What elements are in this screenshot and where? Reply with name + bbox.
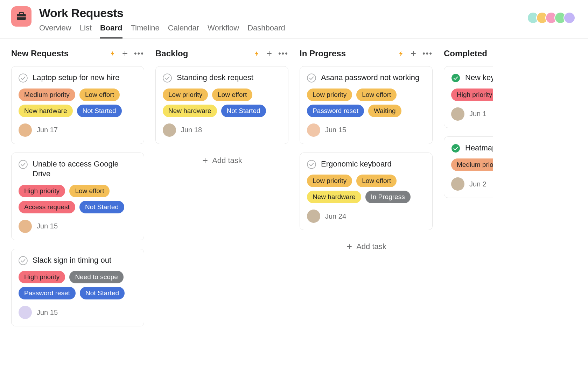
task-card[interactable]: Standing desk requestLow priorityLow eff… <box>155 66 288 144</box>
complete-check-icon[interactable] <box>307 73 316 83</box>
svg-point-10 <box>163 74 172 82</box>
assignee-avatar[interactable] <box>19 306 32 319</box>
assignee-avatar[interactable] <box>451 107 464 121</box>
complete-check-icon[interactable] <box>19 256 28 265</box>
complete-check-icon[interactable] <box>19 160 28 169</box>
column-title: New Requests <box>11 49 110 58</box>
card-title: Standing desk request <box>177 73 253 83</box>
card-title: Ergonomic keyboard <box>321 159 392 169</box>
column-title: Completed <box>444 49 493 58</box>
tag[interactable]: High priority <box>19 185 65 197</box>
tag[interactable]: In Progress <box>365 191 411 203</box>
tag[interactable]: High priority <box>19 271 65 283</box>
assignee-avatar[interactable] <box>451 177 464 191</box>
tag[interactable]: Not Started <box>77 105 122 117</box>
add-task-label: Add task <box>212 156 242 165</box>
column-backlog: Backlog•••Standing desk requestLow prior… <box>155 47 288 335</box>
assignee-avatar[interactable] <box>19 123 32 137</box>
tab-calendar[interactable]: Calendar <box>168 23 199 38</box>
assignee-avatar[interactable] <box>19 220 32 233</box>
assignee-avatar[interactable] <box>307 210 320 223</box>
members-avatars[interactable] <box>530 12 575 24</box>
column-in-progress: In Progress•••Asana password not working… <box>300 47 433 335</box>
tag[interactable]: Not Started <box>80 287 125 299</box>
svg-point-5 <box>19 74 27 82</box>
svg-point-7 <box>19 256 27 265</box>
tag[interactable]: High priority <box>451 89 493 101</box>
tag[interactable]: New hardware <box>307 191 361 203</box>
tag[interactable]: Low effort <box>212 89 252 101</box>
tag[interactable]: New hardware <box>19 105 73 117</box>
svg-rect-1 <box>19 13 23 15</box>
tag[interactable]: Password reset <box>19 287 76 299</box>
due-date: Jun 15 <box>37 309 58 317</box>
complete-check-icon[interactable] <box>163 73 172 83</box>
tag[interactable]: Need to scope <box>69 271 124 283</box>
tag-list: High priorityLow effortAccess requestNot… <box>19 185 137 213</box>
tag[interactable]: Low effort <box>69 185 110 197</box>
tag-list: Medium priorityLow effortNew hardwareNot… <box>19 89 137 117</box>
task-card[interactable]: New keyboardHigh priorityNew hardwareJun… <box>444 66 493 128</box>
column-more-icon[interactable]: ••• <box>278 50 288 57</box>
project-tabs: OverviewListBoardTimelineCalendarWorkflo… <box>39 23 530 38</box>
due-date: Jun 15 <box>37 222 58 230</box>
tag[interactable]: Not Started <box>221 105 266 117</box>
tag-list: Low priorityLow effortPassword resetWait… <box>307 89 425 117</box>
tag[interactable]: Medium priority <box>451 158 493 171</box>
tag[interactable]: Low effort <box>356 89 397 101</box>
rules-bolt-icon[interactable] <box>254 50 260 57</box>
member-avatar[interactable] <box>564 12 575 24</box>
complete-check-icon[interactable] <box>307 160 316 169</box>
tab-board[interactable]: Board <box>100 23 122 38</box>
assignee-avatar[interactable] <box>163 123 176 137</box>
card-title: New keyboard <box>465 73 493 83</box>
rules-bolt-icon[interactable] <box>398 50 404 57</box>
column-more-icon[interactable]: ••• <box>422 50 433 57</box>
add-task-button[interactable]: Add task <box>155 153 288 169</box>
tag[interactable]: Password reset <box>307 105 364 117</box>
add-card-button[interactable] <box>121 50 128 57</box>
complete-check-icon[interactable] <box>451 73 460 83</box>
tab-list[interactable]: List <box>80 23 92 38</box>
task-card[interactable]: Unable to access Google DriveHigh priori… <box>11 153 144 240</box>
tab-timeline[interactable]: Timeline <box>131 23 160 38</box>
tag-list: Low priorityLow effortNew hardwareIn Pro… <box>307 175 425 203</box>
tag[interactable]: Low effort <box>79 89 120 101</box>
complete-check-icon[interactable] <box>451 144 460 153</box>
task-card[interactable]: Laptop setup for new hireMedium priority… <box>11 66 144 144</box>
svg-point-15 <box>307 74 316 82</box>
due-date: Jun 2 <box>469 180 486 188</box>
task-card[interactable]: Asana password not workingLow priorityLo… <box>300 66 433 144</box>
tag[interactable]: Access request <box>19 201 75 213</box>
svg-point-6 <box>19 160 27 169</box>
tag-list: High priorityNeed to scopePassword reset… <box>19 271 137 299</box>
complete-check-icon[interactable] <box>19 73 28 83</box>
tag-list: Medium priorityNew software <box>451 158 493 171</box>
task-card[interactable]: Slack sign in timing outHigh priorityNee… <box>11 249 144 327</box>
column-more-icon[interactable]: ••• <box>134 50 144 57</box>
tag[interactable]: Waiting <box>368 105 401 117</box>
tag[interactable]: Low effort <box>356 175 397 187</box>
rules-bolt-icon[interactable] <box>110 50 116 57</box>
tag[interactable]: Low priority <box>307 175 352 187</box>
tag[interactable]: Low priority <box>163 89 208 101</box>
svg-point-16 <box>307 160 316 169</box>
column-title: In Progress <box>300 49 398 58</box>
add-task-button[interactable]: Add task <box>300 239 433 255</box>
project-icon <box>11 6 31 27</box>
add-card-button[interactable] <box>266 50 273 57</box>
due-date: Jun 17 <box>37 126 58 134</box>
card-title: Unable to access Google Drive <box>33 159 137 179</box>
tag[interactable]: Low priority <box>307 89 352 101</box>
project-title: Work Requests <box>39 6 530 20</box>
add-card-button[interactable] <box>410 50 417 57</box>
assignee-avatar[interactable] <box>307 123 320 137</box>
tab-overview[interactable]: Overview <box>39 23 71 38</box>
task-card[interactable]: Ergonomic keyboardLow priorityLow effort… <box>300 153 433 231</box>
tag[interactable]: Not Started <box>79 201 124 213</box>
tab-dashboard[interactable]: Dashboard <box>247 23 285 38</box>
tag[interactable]: New hardware <box>163 105 217 117</box>
tag[interactable]: Medium priority <box>19 89 75 101</box>
tab-workflow[interactable]: Workflow <box>208 23 239 38</box>
task-card[interactable]: Heatmap toolMedium priorityNew softwareJ… <box>444 136 493 198</box>
